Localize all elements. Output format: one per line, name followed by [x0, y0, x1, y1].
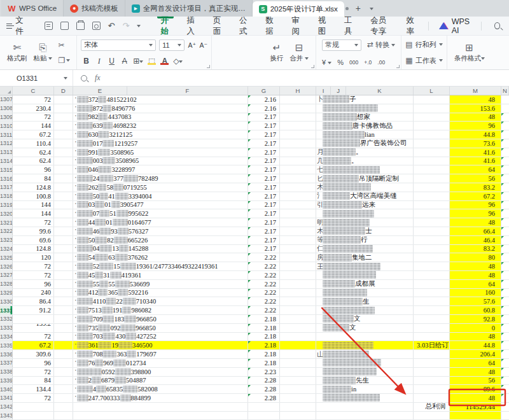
cell-D1330[interactable]: [54, 297, 73, 305]
cell-D1313[interactable]: [54, 148, 73, 157]
cell-L1341[interactable]: [414, 394, 450, 402]
cell-H1327[interactable]: [280, 271, 316, 279]
cell-IJK1330[interactable]: 生: [316, 297, 414, 305]
row-header-1343[interactable]: 1343: [0, 412, 13, 420]
cell-H1311[interactable]: [280, 130, 316, 139]
cell-D1334[interactable]: [54, 333, 73, 341]
cell-IJK1315[interactable]: 七: [316, 165, 414, 174]
cell-H1313[interactable]: [280, 148, 316, 157]
fill-color-button[interactable]: ⬚: [148, 58, 156, 65]
cell-EF1331[interactable]: '7513191986082: [73, 306, 248, 314]
cell-IJK1307[interactable]: 卜子: [316, 95, 414, 104]
cell-EF1330[interactable]: '411022710340: [73, 297, 248, 305]
cell-IJK1335[interactable]: [316, 341, 414, 349]
cell-C1322[interactable]: 99.6: [13, 227, 54, 235]
cell-N1328[interactable]: [501, 280, 509, 288]
cell-D1342[interactable]: [54, 403, 73, 411]
cell-H1322[interactable]: [280, 227, 316, 235]
cell-D1309[interactable]: [54, 113, 73, 122]
row-header-1332[interactable]: 1332: [0, 315, 13, 323]
cell-D1338[interactable]: [54, 368, 73, 376]
cell-L1340[interactable]: [414, 385, 450, 393]
cell-G1312[interactable]: 2.17: [248, 139, 280, 148]
menu-item-8[interactable]: 会员专享: [362, 17, 398, 35]
cell-G1320[interactable]: 2.17: [248, 209, 280, 218]
cell-EF1337[interactable]: '76969012734: [73, 359, 248, 367]
row-header-1312[interactable]: 1312: [0, 139, 13, 148]
cell-N1336[interactable]: [501, 350, 509, 358]
cell-EF1317[interactable]: '262580719255: [73, 183, 248, 192]
cell-G1319[interactable]: 2.17: [248, 201, 280, 209]
cell-L1318[interactable]: [414, 192, 450, 200]
cell-EF1323[interactable]: '5082665226: [73, 236, 248, 244]
cell-N1320[interactable]: [501, 209, 509, 218]
merge-cells-button[interactable]: ⊟ 合并: [286, 41, 312, 64]
cell-IJK1313[interactable]: 月。: [316, 148, 414, 157]
row-header-1333[interactable]: 1333: [0, 324, 13, 332]
cell-IJK1326[interactable]: 王: [316, 262, 414, 270]
cell-C1334[interactable]: 72: [13, 333, 54, 341]
cell-N1337[interactable]: [501, 359, 509, 367]
cell-D1308[interactable]: [54, 104, 73, 113]
cell-C1337[interactable]: 96: [13, 359, 54, 367]
cell-G1343[interactable]: [248, 412, 280, 420]
number-format-select[interactable]: 常规: [322, 39, 361, 51]
cell-G1323[interactable]: 2.17: [248, 236, 280, 244]
cell-N1342[interactable]: [501, 403, 509, 411]
cell-EF1338[interactable]: '0592398800: [73, 368, 248, 376]
cell-IJK1310[interactable]: 唐卡佛教饰品: [316, 122, 414, 130]
cell-EF1341[interactable]: '247.700333884899: [73, 394, 248, 402]
cell-M1322[interactable]: 66.4: [450, 227, 501, 235]
cell-L1325[interactable]: [414, 253, 450, 262]
new-tab-button[interactable]: +: [351, 3, 365, 13]
row-header-1321[interactable]: 1321: [0, 218, 13, 227]
cell-EF1312[interactable]: '0171219257: [73, 139, 248, 148]
app-tab-3[interactable]: S2025年设计订单.xlsx: [253, 1, 344, 17]
cell-EF1327[interactable]: '4531419361: [73, 271, 248, 279]
cell-L1320[interactable]: [414, 209, 450, 218]
cell-D1332[interactable]: [54, 315, 73, 323]
cell-N1312[interactable]: [501, 139, 509, 148]
cell-C1314[interactable]: 62.4: [13, 157, 54, 165]
cell-C1327[interactable]: 72: [13, 271, 54, 279]
cell-IJK1322[interactable]: 木士: [316, 227, 414, 235]
cell-L1332[interactable]: [414, 315, 450, 323]
cell-IJK1343[interactable]: [316, 412, 414, 420]
cell-H1337[interactable]: [280, 359, 316, 367]
cell-C1343[interactable]: [13, 412, 54, 420]
cell-D1315[interactable]: [54, 165, 73, 174]
cell-C1340[interactable]: 134.4: [13, 385, 54, 393]
row-header-1341[interactable]: 1341: [0, 394, 13, 402]
cell-EF1326[interactable]: '521519361/2477334649322419361: [73, 262, 248, 270]
cell-IJK1332[interactable]: 文: [316, 315, 414, 323]
cell-D1339[interactable]: [54, 377, 73, 385]
row-header-1307[interactable]: 1307: [0, 95, 13, 104]
cell-G1340[interactable]: 2.28: [248, 385, 280, 393]
cell-M1324[interactable]: 83.2: [450, 245, 501, 253]
cell-IJK1309[interactable]: 想家: [316, 113, 414, 122]
app-tab-2[interactable]: ▸全网首发设计项目，真正实现躺赚: [125, 0, 253, 17]
cell-L1342[interactable]: 总利润: [414, 403, 450, 411]
column-header-L[interactable]: L: [414, 87, 450, 95]
cell-H1342[interactable]: [280, 403, 316, 411]
cell-EF1335[interactable]: '36119346500: [73, 341, 248, 349]
cell-G1329[interactable]: 2.22: [248, 289, 280, 297]
select-all-corner[interactable]: [0, 87, 13, 95]
cell-D1341[interactable]: [54, 394, 73, 402]
clear-format-button[interactable]: ◇: [173, 57, 183, 66]
cell-EF1329[interactable]: '412365592216: [73, 289, 248, 297]
cell-N1334[interactable]: [501, 333, 509, 341]
menu-item-3[interactable]: 公式: [231, 17, 257, 35]
decrease-font-button[interactable]: A⁻: [199, 41, 207, 49]
cell-EF1313[interactable]: '9913508965: [73, 148, 248, 157]
cell-H1324[interactable]: [280, 245, 316, 253]
strikethrough-button[interactable]: A: [120, 57, 129, 66]
cell-M1328[interactable]: 64: [450, 280, 501, 288]
cell-H1331[interactable]: [280, 306, 316, 314]
cell-M1315[interactable]: 64: [450, 165, 501, 174]
cell-N1335[interactable]: [501, 341, 509, 349]
row-header-1309[interactable]: 1309: [0, 113, 13, 122]
cell-H1320[interactable]: [280, 209, 316, 218]
row-header-1317[interactable]: 1317: [0, 183, 13, 192]
fx-icon[interactable]: fx: [95, 73, 101, 83]
